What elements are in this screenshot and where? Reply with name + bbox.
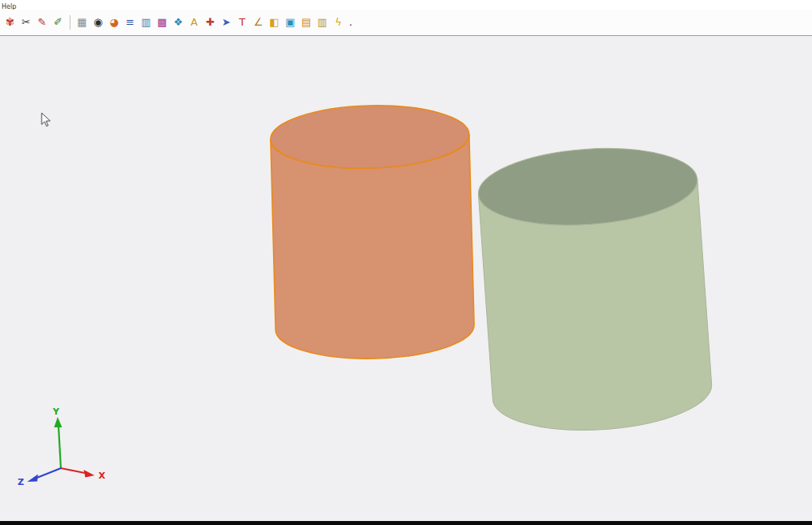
- text-a-icon[interactable]: A: [187, 14, 202, 30]
- window-bottom-edge: [0, 521, 812, 525]
- menu-bar: Help: [0, 0, 812, 10]
- application-window: Help ✾ ✂ ✎ ✐ ▦ ◉ ◕ ≡ ▥ ▩ ❖ A ✚ ➤ T ∠ ◧ ▣…: [0, 0, 812, 525]
- archive-icon[interactable]: ▥: [315, 14, 330, 30]
- cut-icon[interactable]: ✂: [18, 14, 34, 30]
- pinwheel-icon[interactable]: ✾: [2, 14, 18, 30]
- sphere-icon[interactable]: ◕: [107, 14, 122, 30]
- list-icon[interactable]: ≡: [123, 14, 138, 30]
- cylinder-left[interactable]: [270, 103, 475, 361]
- text-t-icon[interactable]: T: [235, 14, 250, 30]
- texture-icon[interactable]: ▩: [155, 14, 170, 30]
- palette-icon[interactable]: ◧: [267, 14, 282, 30]
- mesh-box-icon[interactable]: ▦: [74, 14, 90, 30]
- image-grid-icon[interactable]: ▥: [139, 14, 154, 30]
- material-icon[interactable]: ❖: [171, 14, 186, 30]
- folder-icon[interactable]: ▤: [299, 14, 314, 30]
- angle-icon[interactable]: ∠: [251, 14, 266, 30]
- eye-icon[interactable]: ◉: [90, 14, 106, 30]
- axes-icon[interactable]: ✚: [203, 14, 218, 30]
- cylinder-right[interactable]: [476, 142, 714, 437]
- marker-icon[interactable]: ➤: [219, 14, 234, 30]
- flash-icon[interactable]: ϟ: [331, 14, 346, 30]
- toolbar-separator: [70, 15, 70, 30]
- pen-green-icon[interactable]: ✐: [50, 14, 66, 30]
- pen-red-icon[interactable]: ✎: [34, 14, 50, 30]
- toolbar: ✾ ✂ ✎ ✐ ▦ ◉ ◕ ≡ ▥ ▩ ❖ A ✚ ➤ T ∠ ◧ ▣ ▤ ▥ …: [0, 10, 812, 34]
- cube-icon[interactable]: ▣: [283, 14, 298, 30]
- toolbar-overflow[interactable]: .: [349, 17, 352, 28]
